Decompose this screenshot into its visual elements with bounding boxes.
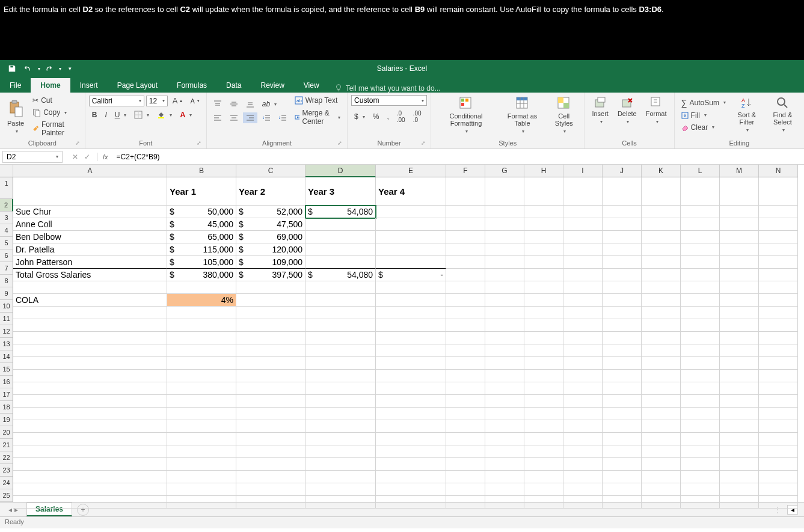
- cell[interactable]: [167, 332, 236, 344]
- cell[interactable]: [720, 471, 759, 483]
- cell[interactable]: [524, 243, 563, 256]
- cell[interactable]: [603, 269, 642, 281]
- cell[interactable]: [376, 206, 446, 218]
- cell[interactable]: [681, 471, 720, 483]
- cell[interactable]: [759, 177, 798, 206]
- col-header-F[interactable]: F: [446, 165, 485, 177]
- row-header-5[interactable]: 5: [0, 237, 13, 249]
- row-header-19[interactable]: 19: [0, 414, 13, 426]
- cell[interactable]: [446, 332, 485, 344]
- cell[interactable]: $47,500: [236, 218, 305, 231]
- cell[interactable]: [720, 294, 759, 307]
- cell[interactable]: Dr. Patella: [13, 243, 167, 256]
- cell[interactable]: [642, 496, 681, 509]
- cell[interactable]: [13, 307, 167, 319]
- cell[interactable]: [236, 395, 305, 408]
- decrease-decimal-button[interactable]: .00.0: [410, 109, 425, 124]
- cell[interactable]: [563, 445, 603, 458]
- cell[interactable]: [305, 370, 376, 382]
- cell[interactable]: [236, 433, 305, 445]
- cell[interactable]: [720, 269, 759, 281]
- cell[interactable]: [681, 281, 720, 294]
- cell[interactable]: [376, 256, 446, 269]
- grid[interactable]: Year 1Year 2Year 3Year 4Sue Chur$50,000$…: [13, 177, 798, 502]
- col-header-D[interactable]: D: [305, 165, 376, 177]
- cell[interactable]: [524, 319, 563, 332]
- cell[interactable]: [485, 433, 524, 445]
- cell[interactable]: [236, 281, 305, 294]
- cell[interactable]: [642, 458, 681, 471]
- cell[interactable]: $54,080: [305, 206, 376, 218]
- cell[interactable]: $-: [376, 269, 446, 281]
- cell[interactable]: $109,000: [236, 256, 305, 269]
- cell[interactable]: [446, 458, 485, 471]
- cell[interactable]: [305, 483, 376, 496]
- grow-font-button[interactable]: A▴: [170, 95, 186, 106]
- cell[interactable]: [759, 294, 798, 307]
- cell[interactable]: [603, 357, 642, 370]
- comma-format-button[interactable]: ,: [384, 111, 391, 122]
- cell[interactable]: [524, 445, 563, 458]
- cell[interactable]: [524, 471, 563, 483]
- cell[interactable]: [167, 382, 236, 395]
- cell[interactable]: [305, 420, 376, 433]
- cell[interactable]: [167, 483, 236, 496]
- cell[interactable]: [563, 319, 603, 332]
- cell[interactable]: [681, 256, 720, 269]
- cell[interactable]: [446, 357, 485, 370]
- cell[interactable]: [236, 344, 305, 357]
- cell[interactable]: [642, 344, 681, 357]
- cell[interactable]: [485, 218, 524, 231]
- row-header-18[interactable]: 18: [0, 401, 13, 414]
- cell[interactable]: [524, 294, 563, 307]
- cell[interactable]: [681, 370, 720, 382]
- cell[interactable]: [446, 382, 485, 395]
- cell[interactable]: [376, 420, 446, 433]
- cell[interactable]: [603, 408, 642, 420]
- cell[interactable]: [642, 433, 681, 445]
- format-as-table-button[interactable]: Format as Table▾: [499, 95, 545, 135]
- cell[interactable]: Year 3: [305, 177, 376, 206]
- cell[interactable]: [563, 269, 603, 281]
- cell[interactable]: [563, 433, 603, 445]
- cell[interactable]: [603, 395, 642, 408]
- cell[interactable]: [376, 408, 446, 420]
- cell[interactable]: [524, 269, 563, 281]
- cell[interactable]: [563, 483, 603, 496]
- cell[interactable]: [720, 307, 759, 319]
- col-header-N[interactable]: N: [759, 165, 798, 177]
- tab-insert[interactable]: Insert: [70, 78, 108, 93]
- conditional-formatting-button[interactable]: Conditional Formatting▾: [435, 95, 497, 135]
- cell[interactable]: [681, 382, 720, 395]
- underline-button[interactable]: U▾: [112, 109, 130, 120]
- cell[interactable]: [446, 433, 485, 445]
- cell[interactable]: [642, 332, 681, 344]
- cell[interactable]: $45,000: [167, 218, 236, 231]
- cell[interactable]: [603, 496, 642, 509]
- cell[interactable]: Total Gross Salaries: [13, 269, 167, 281]
- cell[interactable]: [603, 294, 642, 307]
- cell[interactable]: [603, 382, 642, 395]
- cell[interactable]: [485, 370, 524, 382]
- cell[interactable]: [376, 483, 446, 496]
- cell[interactable]: [524, 218, 563, 231]
- cell[interactable]: [563, 332, 603, 344]
- cell[interactable]: [563, 243, 603, 256]
- cell[interactable]: [720, 177, 759, 206]
- delete-cells-button[interactable]: Delete▾: [614, 95, 640, 126]
- paste-button[interactable]: Paste ▾: [4, 99, 28, 135]
- italic-button[interactable]: I: [102, 109, 109, 120]
- cell[interactable]: $105,000: [167, 256, 236, 269]
- cell[interactable]: [563, 496, 603, 509]
- cell[interactable]: [681, 420, 720, 433]
- cell[interactable]: [524, 177, 563, 206]
- cell[interactable]: [485, 471, 524, 483]
- cell[interactable]: [563, 420, 603, 433]
- cell[interactable]: [446, 471, 485, 483]
- fx-icon[interactable]: fx: [98, 153, 113, 161]
- cell[interactable]: [642, 395, 681, 408]
- cell[interactable]: [446, 256, 485, 269]
- cell[interactable]: [603, 319, 642, 332]
- cell[interactable]: [376, 294, 446, 307]
- cell[interactable]: [376, 433, 446, 445]
